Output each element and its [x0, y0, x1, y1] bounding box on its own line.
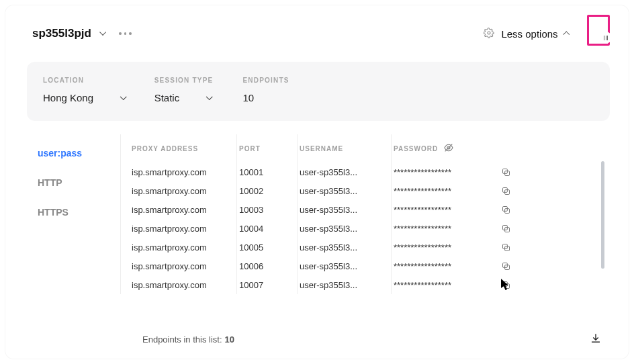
cell-user: user-sp355l3... — [300, 224, 394, 234]
cell-user: user-sp355l3... — [300, 261, 394, 271]
svg-point-0 — [488, 32, 490, 34]
tab-https[interactable]: HTTPS — [38, 200, 115, 230]
session-type-select[interactable]: Static — [154, 92, 214, 103]
copy-button[interactable] — [501, 186, 535, 196]
col-username: USERNAME — [300, 145, 394, 152]
controls-panel: LOCATION Hong Kong SESSION TYPE Static E… — [27, 62, 610, 121]
cell-port: 10007 — [239, 280, 300, 290]
cell-password: ***************** — [394, 205, 501, 215]
table-row: isp.smartproxy.com10005user-sp355l3...**… — [121, 238, 610, 257]
location-select[interactable]: Hong Kong — [43, 92, 125, 103]
copy-button[interactable] — [501, 242, 535, 253]
cell-user: user-sp355l3... — [300, 186, 394, 196]
footer: Endpoints in this list: 10 — [142, 332, 602, 347]
highlight-box — [587, 15, 610, 46]
content: user:pass HTTP HTTPS PROXY ADDRESS PORT … — [24, 134, 610, 294]
location-control: LOCATION Hong Kong — [43, 77, 125, 103]
cell-proxy: isp.smartproxy.com — [132, 167, 239, 177]
chevron-down-icon[interactable] — [99, 29, 106, 36]
cell-proxy: isp.smartproxy.com — [132, 280, 239, 290]
copy-button[interactable] — [501, 167, 535, 177]
instance-name: sp355l3pjd — [32, 27, 91, 40]
table-row: isp.smartproxy.com10006user-sp355l3...**… — [121, 257, 610, 275]
endpoint-table: PROXY ADDRESS PORT USERNAME PASSWORD isp… — [121, 134, 610, 294]
copy-button[interactable] — [501, 261, 535, 271]
format-tabs: user:pass HTTP HTTPS — [24, 134, 121, 294]
copy-button[interactable] — [501, 205, 535, 215]
cell-proxy: isp.smartproxy.com — [132, 242, 239, 253]
table-row: isp.smartproxy.com10002user-sp355l3...**… — [121, 181, 610, 200]
table-row: isp.smartproxy.com10007user-sp355l3...**… — [121, 275, 610, 294]
copy-button[interactable] — [501, 280, 535, 290]
toggle-knob — [600, 32, 612, 44]
chevron-down-icon — [206, 93, 212, 99]
col-port: PORT — [239, 145, 300, 152]
table-row: isp.smartproxy.com10004user-sp355l3...**… — [121, 219, 610, 238]
footer-label: Endpoints in this list: — [142, 334, 222, 345]
more-menu-button[interactable] — [119, 32, 132, 35]
cell-user: user-sp355l3... — [300, 205, 394, 215]
cell-password: ***************** — [394, 242, 501, 253]
cell-password: ***************** — [394, 224, 501, 234]
location-value: Hong Kong — [43, 92, 93, 103]
table-row: isp.smartproxy.com10003user-sp355l3...**… — [121, 200, 610, 219]
cell-port: 10005 — [239, 242, 300, 253]
scrollbar-thumb[interactable] — [601, 161, 604, 269]
cell-proxy: isp.smartproxy.com — [132, 186, 239, 196]
cell-user: user-sp355l3... — [300, 280, 394, 290]
cell-port: 10003 — [239, 205, 300, 215]
endpoints-control: ENDPOINTS 10 — [242, 77, 289, 103]
cell-proxy: isp.smartproxy.com — [132, 261, 239, 271]
col-password: PASSWORD — [394, 142, 501, 154]
cell-proxy: isp.smartproxy.com — [132, 224, 239, 234]
gear-icon — [484, 28, 494, 40]
session-type-label: SESSION TYPE — [154, 77, 214, 84]
cell-password: ***************** — [394, 261, 501, 271]
header: sp355l3pjd Less options — [5, 5, 629, 56]
cell-proxy: isp.smartproxy.com — [132, 205, 239, 215]
cell-user: user-sp355l3... — [300, 242, 394, 253]
session-type-control: SESSION TYPE Static — [154, 77, 214, 103]
cell-port: 10006 — [239, 261, 300, 271]
cell-port: 10001 — [239, 167, 300, 177]
col-proxy-address: PROXY ADDRESS — [132, 145, 239, 152]
tab-http[interactable]: HTTP — [38, 171, 115, 200]
endpoints-label: ENDPOINTS — [242, 77, 289, 84]
cell-password: ***************** — [394, 280, 501, 290]
endpoints-value: 10 — [242, 92, 289, 103]
location-label: LOCATION — [43, 77, 125, 84]
chevron-down-icon — [120, 93, 126, 99]
table-header: PROXY ADDRESS PORT USERNAME PASSWORD — [121, 134, 610, 163]
copy-button[interactable] — [501, 224, 535, 234]
table-row: isp.smartproxy.com10001user-sp355l3...**… — [121, 163, 610, 181]
download-button[interactable] — [590, 332, 602, 347]
chevron-up-icon — [563, 31, 570, 38]
footer-count: 10 — [225, 334, 234, 345]
less-options-toggle[interactable]: Less options — [484, 28, 570, 40]
session-type-value: Static — [154, 92, 180, 103]
cell-password: ***************** — [394, 186, 501, 196]
cell-user: user-sp355l3... — [300, 167, 394, 177]
tab-userpass[interactable]: user:pass — [38, 141, 115, 171]
cell-port: 10004 — [239, 224, 300, 234]
less-options-label: Less options — [501, 28, 557, 40]
cell-port: 10002 — [239, 186, 300, 196]
eye-slash-icon[interactable] — [443, 142, 454, 154]
cell-password: ***************** — [394, 167, 501, 177]
